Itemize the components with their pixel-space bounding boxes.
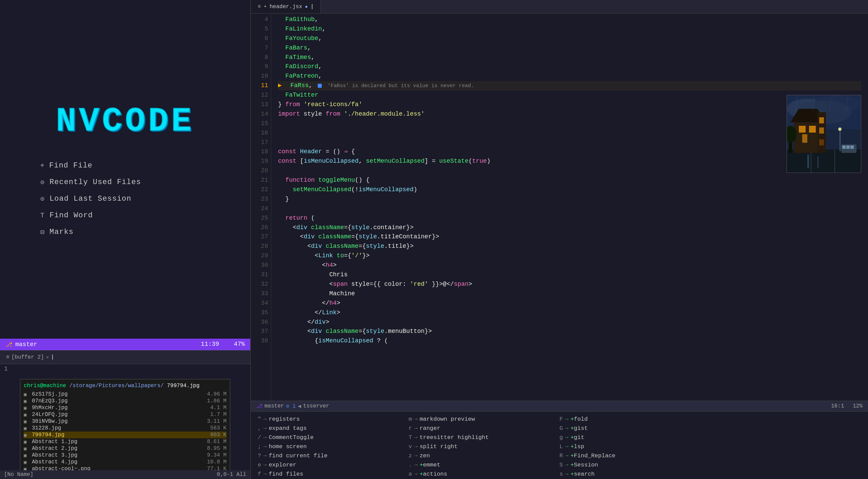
hint-key: s	[559, 471, 563, 477]
file-name: 07nEzQ3.jpg	[32, 398, 197, 404]
code-line-22: setMenuCollapsed(!isMenuCollapsed)	[278, 185, 861, 195]
file-row-5[interactable]: ▣ 31228.jpg 563 K	[24, 425, 226, 432]
file-icon: ▣	[24, 392, 29, 397]
main-container: NVCODE ⌖ Find File ⊙ Recently Used Files…	[0, 0, 868, 479]
find-file-label: Find File	[49, 161, 93, 170]
hint-arrow: →	[414, 462, 417, 468]
code-line-20	[278, 166, 861, 176]
file-tab-dot: •	[264, 4, 267, 10]
status-percent: 47%	[234, 341, 245, 347]
code-line-14: import style from './header.module.less'	[278, 109, 861, 119]
buffer-tab[interactable]: ≡ [buffer 2] ✕ |	[3, 354, 58, 361]
hint-key: ,	[258, 425, 261, 432]
file-row-4[interactable]: ▣ 30iNVBw.jpg 3.11 M	[24, 418, 226, 425]
right-status-position: 16:1 12%	[831, 403, 863, 409]
menu-find-word[interactable]: T Find Word	[40, 211, 210, 220]
file-size: 4.96 M	[199, 391, 226, 397]
file-size: 8.61 M	[199, 439, 226, 445]
lsp-name: tsserver	[303, 403, 329, 409]
code-area[interactable]: 4 5 6 7 8 9 10 11 12 13 14 15 16 17 18 1…	[251, 14, 868, 401]
hint-arrow: →	[414, 434, 417, 441]
hint-arrow: →	[263, 416, 267, 422]
hint-plus: +	[570, 425, 574, 432]
hint-action: markdown preview	[419, 416, 475, 422]
file-modified-dot: ●	[305, 4, 308, 9]
file-row-0[interactable]: ▣ 6zS17Sj.jpg 4.96 M	[24, 391, 226, 398]
file-row-1[interactable]: ▣ 07nEzQ3.jpg 1.86 M	[24, 398, 226, 404]
fb-user-host: chris@machine	[24, 383, 66, 389]
menu-find-file[interactable]: ⌖ Find File	[40, 161, 210, 170]
code-line-23: }	[278, 195, 861, 204]
code-line-37: <div className={style.menuButton}>	[278, 327, 861, 336]
file-icon: ▣	[24, 419, 29, 424]
hint-key: z	[409, 453, 412, 459]
hint-arrow: →	[565, 453, 568, 459]
file-row-7[interactable]: ▣ Abstract 1.jpg 8.61 M	[24, 438, 226, 445]
fb-file-list: ▣ 6zS17Sj.jpg 4.96 M ▣ 07nEzQ3.jpg 1.86 …	[24, 391, 226, 470]
hint-treesitter: T → treesitter highlight	[409, 433, 559, 442]
hint-markdown: m → markdown preview	[409, 415, 559, 424]
line-marker-11: ▶	[278, 81, 282, 91]
code-line-18: const Header = () ⇒ {	[278, 147, 861, 157]
hint-key: /	[258, 434, 261, 441]
hint-actions: a → +actions	[409, 470, 559, 479]
hint-key: e	[258, 462, 261, 468]
code-line-27: <div className={style.titleContainer}>	[278, 232, 861, 242]
code-line-17	[278, 138, 861, 147]
file-row-2[interactable]: ▣ 9hMxcHr.jpg 4.1 M	[24, 404, 226, 411]
hint-action: +Find_Replace	[570, 453, 615, 459]
buffer-close-button[interactable]: ✕	[46, 354, 49, 360]
status-right: 11:39 47%	[201, 341, 245, 348]
file-name: 31228.jpg	[32, 425, 197, 431]
file-row-11[interactable]: ▣ abstract-cool~.png 77.1 K	[24, 465, 226, 470]
fb-path: /storage/Pictures/wallpapers/	[69, 383, 163, 389]
cursor-pos: 0,0-1 All	[217, 472, 246, 478]
menu-marks[interactable]: ⊟ Marks	[40, 228, 210, 236]
menu-load-session[interactable]: ⊙ Load Last Session	[40, 195, 210, 203]
hints-grid: " → registers , → expand tags / → Commen…	[251, 412, 868, 479]
hint-zen: z → zen	[409, 451, 559, 460]
hint-key: .	[409, 462, 412, 468]
hint-action: +emmet	[419, 462, 440, 468]
file-tab-name: header.jsx	[270, 4, 302, 10]
hint-arrow: →	[565, 443, 568, 450]
hint-action: find files	[269, 471, 303, 477]
hint-action: +Session	[570, 462, 598, 468]
hint-arrow: →	[565, 462, 568, 468]
file-row-6-selected[interactable]: ▣ 799794.jpg 803 K	[24, 432, 226, 438]
file-name: Abstract 4.jpg	[32, 459, 197, 465]
buffer-line-number: 1	[0, 364, 250, 374]
branch-icon: ⎇	[256, 403, 262, 410]
file-icon: ▣	[24, 466, 29, 471]
hint-action: home screen	[269, 443, 307, 450]
code-lines: FaGithub, FaLinkedin, FaYoutube, FaBars,…	[271, 14, 868, 401]
header-jsx-tab[interactable]: ≡ • header.jsx ● |	[251, 0, 321, 13]
hints-col-2: m → markdown preview r → ranger T → tree…	[409, 415, 559, 479]
no-name-label: [No Name]	[4, 472, 33, 478]
cursor-bar: |	[51, 354, 54, 360]
file-name: abstract-cool~.png	[32, 466, 197, 470]
code-line-16	[278, 128, 861, 138]
hint-arrow: →	[565, 416, 568, 422]
hint-fold: F → +fold	[559, 415, 710, 424]
file-row-8[interactable]: ▣ Abstract 2.jpg 8.95 M	[24, 445, 226, 452]
file-size: 3.11 M	[199, 418, 226, 424]
hint-session: S → +Session	[559, 460, 710, 470]
hint-action: treesitter highlight	[419, 434, 489, 441]
code-line-38: {isMenuCollapsed ? (	[278, 336, 861, 346]
file-row-3[interactable]: ▣ 24LrDFQ.jpg 1.7 M	[24, 411, 226, 418]
menu-recently-used[interactable]: ⊙ Recently Used Files	[40, 178, 210, 186]
code-line-26: <div className={style.container}>	[278, 223, 861, 233]
file-row-10[interactable]: ▣ Abstract 4.jpg 10.8 M	[24, 459, 226, 465]
hint-arrow: →	[263, 471, 267, 477]
terminal-content[interactable]: chris@machine /storage/Pictures/wallpape…	[0, 374, 250, 470]
file-row-9[interactable]: ▣ Abstract 3.jpg 9.34 M	[24, 452, 226, 459]
file-icon: ▣	[24, 432, 29, 438]
file-icon: ▣	[24, 446, 29, 452]
hint-explorer: e → explorer	[258, 460, 409, 470]
hint-action: zen	[419, 453, 430, 459]
hint-key: ?	[258, 453, 261, 459]
hint-action: +lsp	[570, 443, 584, 450]
file-icon: ▣	[24, 412, 29, 418]
code-line-4: FaGithub,	[278, 15, 861, 24]
